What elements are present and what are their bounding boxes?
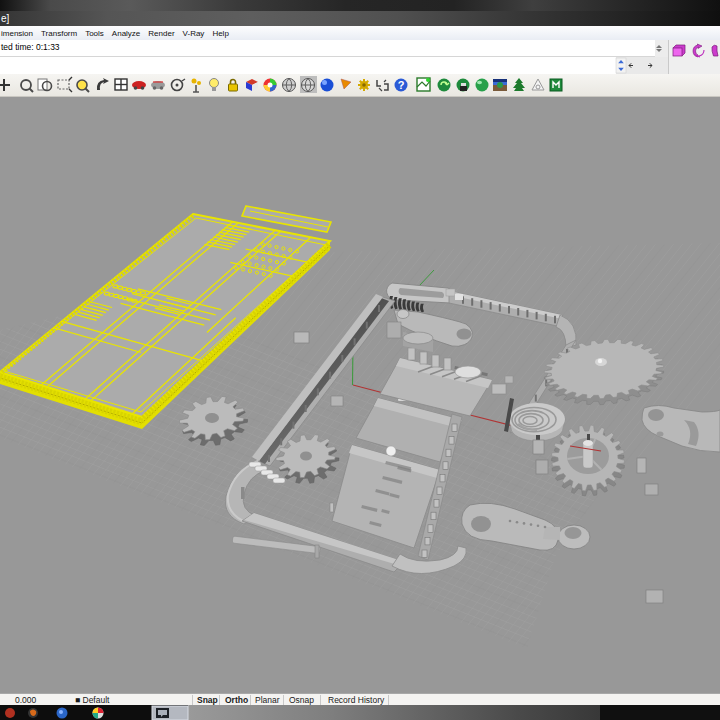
svg-text:?: ? (398, 79, 405, 91)
